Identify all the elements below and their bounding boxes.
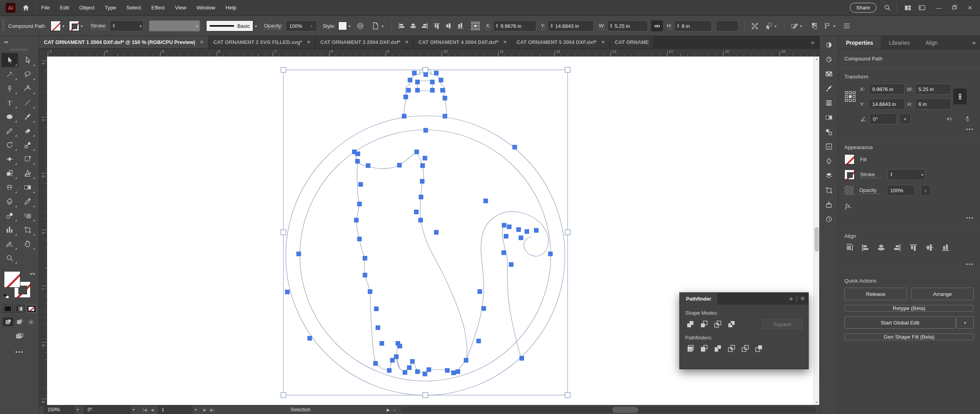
shaper-tool[interactable] bbox=[2, 124, 18, 138]
next-artboard-icon[interactable]: ▶ bbox=[201, 408, 209, 412]
rotate-tool[interactable] bbox=[2, 138, 18, 152]
merge-icon[interactable] bbox=[713, 344, 723, 353]
direct-selection-tool[interactable] bbox=[20, 53, 36, 67]
align-middle-icon[interactable] bbox=[445, 22, 452, 30]
column-graph-tool[interactable] bbox=[2, 223, 18, 237]
home-icon[interactable] bbox=[22, 4, 30, 12]
asset-export-icon[interactable] bbox=[822, 200, 835, 209]
divide-icon[interactable] bbox=[685, 344, 695, 353]
gradient-paint-button[interactable] bbox=[15, 305, 25, 313]
tab-close-icon[interactable]: ✕ bbox=[200, 40, 203, 45]
curvature-tool[interactable] bbox=[20, 81, 36, 95]
blend-tool[interactable] bbox=[2, 208, 18, 223]
chevron-down-icon[interactable]: ▾ bbox=[79, 24, 84, 28]
panel-menu-icon[interactable]: ≡ bbox=[801, 295, 804, 302]
brush-definition-field[interactable]: Basic bbox=[206, 20, 253, 31]
pathfinder-tab[interactable]: Pathfinder bbox=[680, 293, 717, 305]
constrain-proportions-icon[interactable] bbox=[953, 89, 967, 104]
start-global-edit-button[interactable]: Start Global Edit bbox=[844, 316, 956, 329]
edit-toolbar-icon[interactable]: ••• bbox=[0, 349, 39, 355]
eyedropper-tool[interactable] bbox=[20, 194, 36, 208]
align-top-icon[interactable] bbox=[433, 22, 441, 30]
menu-item-view[interactable]: View bbox=[175, 5, 186, 11]
close-button[interactable]: ✕ bbox=[967, 5, 972, 11]
tab-overflow-icon[interactable]: » bbox=[806, 36, 819, 48]
share-button[interactable]: Share bbox=[850, 3, 877, 13]
document-setup-icon[interactable] bbox=[356, 22, 365, 30]
horizontal-scrollbar[interactable] bbox=[401, 407, 816, 413]
status-play-icon[interactable]: ▶ bbox=[385, 408, 392, 412]
ellipse-tool[interactable] bbox=[2, 109, 18, 124]
align-left-icon[interactable] bbox=[397, 22, 405, 30]
type-tool[interactable]: T bbox=[2, 95, 18, 109]
stroke-swatch[interactable] bbox=[844, 170, 855, 180]
arrange-grid-icon[interactable] bbox=[811, 22, 819, 30]
variable-width-profile-dropdown[interactable]: ▾ bbox=[149, 20, 200, 31]
document-tab[interactable]: CAT ORNAMENT 2 SVG FILLED.svg*✕ bbox=[209, 36, 316, 48]
screen-mode-icon[interactable] bbox=[0, 332, 39, 340]
lasso-tool[interactable] bbox=[20, 67, 36, 81]
opacity-label[interactable]: Opacity: bbox=[264, 23, 283, 29]
perspective-grid-tool[interactable] bbox=[20, 166, 36, 180]
toolbar-grip[interactable] bbox=[11, 49, 28, 51]
global-edit-dropdown-icon[interactable]: ▾ bbox=[956, 316, 974, 329]
tab-close-icon[interactable]: ✕ bbox=[503, 40, 507, 45]
chevron-down-icon[interactable]: ▾ bbox=[253, 24, 258, 28]
layers-icon[interactable] bbox=[822, 171, 835, 180]
minus-back-icon[interactable] bbox=[754, 344, 764, 353]
align-bottom-icon[interactable] bbox=[456, 22, 464, 30]
constrain-proportions-icon[interactable] bbox=[651, 20, 663, 31]
vertical-scrollbar[interactable]: ▲ ▼ bbox=[813, 57, 819, 405]
search-icon[interactable] bbox=[884, 4, 891, 11]
arrange-documents-icon[interactable] bbox=[904, 4, 912, 12]
slice-tool[interactable] bbox=[2, 237, 18, 251]
more-options-icon[interactable]: ••• bbox=[966, 126, 974, 132]
pen-tool[interactable] bbox=[2, 81, 18, 95]
menu-item-help[interactable]: Help bbox=[225, 5, 236, 11]
menu-item-object[interactable]: Object bbox=[79, 5, 94, 11]
collapse-panel-icon[interactable]: » bbox=[967, 36, 980, 49]
fill-swatch[interactable] bbox=[51, 21, 61, 31]
scroll-up-icon[interactable]: ▲ bbox=[814, 57, 820, 61]
eraser-tool[interactable] bbox=[20, 124, 36, 138]
arrange-button[interactable]: Arrange bbox=[911, 288, 974, 300]
chevron-down-icon[interactable]: ▾ bbox=[347, 24, 352, 28]
none-paint-button[interactable] bbox=[26, 305, 36, 313]
workspace-icon[interactable] bbox=[918, 4, 926, 12]
shape-builder-tool[interactable] bbox=[2, 166, 18, 180]
zoom-level-field[interactable]: 150% bbox=[44, 406, 74, 414]
gradient-icon[interactable] bbox=[822, 113, 835, 122]
document-tab[interactable]: CAT ORNAME bbox=[610, 36, 654, 48]
first-artboard-icon[interactable]: |◀ bbox=[141, 408, 149, 412]
paintbrush-tool[interactable] bbox=[20, 109, 36, 124]
restore-button[interactable] bbox=[952, 5, 957, 11]
artboard-tool[interactable] bbox=[20, 223, 36, 237]
symbol-sprayer-tool[interactable] bbox=[20, 208, 36, 223]
h-field[interactable]: 6 in bbox=[915, 98, 951, 109]
stroke-label[interactable]: Stroke bbox=[860, 171, 882, 178]
isolate-selected-object-icon[interactable]: ▾ bbox=[371, 22, 385, 30]
minimize-button[interactable]: — bbox=[936, 5, 942, 11]
free-transform-tool[interactable] bbox=[20, 152, 36, 166]
draw-inside-icon[interactable] bbox=[25, 317, 36, 326]
tab-libraries[interactable]: Libraries bbox=[881, 36, 918, 49]
draw-normal-icon[interactable] bbox=[3, 317, 13, 326]
stroke-weight-field[interactable]: ▲▼▾ bbox=[887, 169, 925, 180]
swatches-icon[interactable] bbox=[822, 69, 835, 78]
align-center-icon[interactable] bbox=[409, 22, 417, 30]
fit-to-view-icon[interactable] bbox=[751, 22, 759, 30]
select-similar-icon[interactable]: ▾ bbox=[765, 22, 778, 30]
menu-item-select[interactable]: Select bbox=[126, 5, 141, 11]
scale-tool[interactable] bbox=[20, 138, 36, 152]
color-paint-button[interactable] bbox=[3, 305, 13, 313]
more-options-icon[interactable]: ••• bbox=[966, 215, 974, 221]
tab-close-icon[interactable]: ✕ bbox=[601, 40, 605, 45]
trim-icon[interactable] bbox=[699, 344, 709, 353]
opacity-field[interactable]: 100%› bbox=[286, 20, 317, 31]
vertical-align-center-icon[interactable] bbox=[925, 243, 934, 252]
align-to-selection-dropdown[interactable] bbox=[844, 243, 854, 252]
scrollbar-thumb[interactable] bbox=[612, 407, 638, 413]
scrollbar-thumb[interactable] bbox=[815, 227, 819, 252]
minus-front-icon[interactable] bbox=[699, 319, 709, 329]
brushes-icon[interactable] bbox=[822, 84, 835, 93]
